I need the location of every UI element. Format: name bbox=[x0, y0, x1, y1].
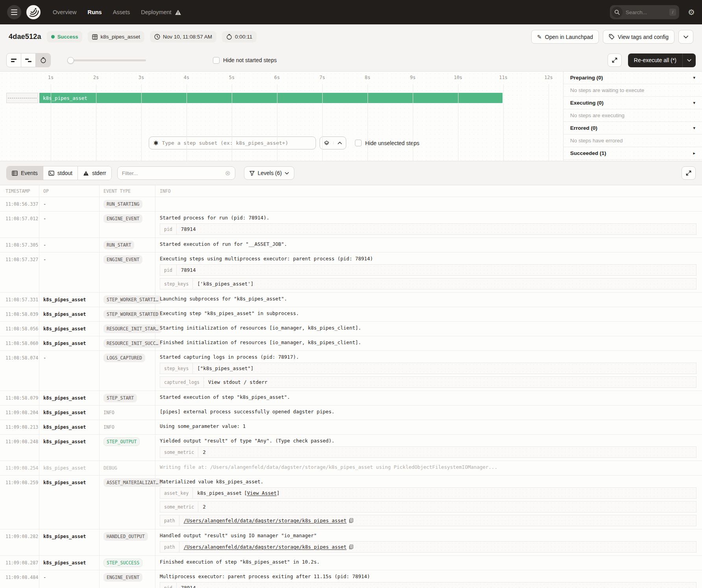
event-op-cell: k8s_pipes_asset bbox=[39, 556, 100, 570]
event-info-text: Using some_parameter value: 1 bbox=[160, 423, 696, 429]
slider-knob[interactable] bbox=[67, 57, 74, 64]
event-op-cell: - bbox=[39, 351, 100, 391]
log-filter-input[interactable]: Filter... ⊗ bbox=[117, 166, 235, 180]
event-type-cell: ENGINE_EVENT bbox=[100, 570, 155, 588]
step-status-panel: Preparing (0)▾No steps are waiting to ex… bbox=[563, 72, 702, 161]
event-info-cell: Handled output "result" using IO manager… bbox=[155, 529, 702, 555]
graph-query-toggle-button[interactable] bbox=[320, 136, 346, 149]
open-launchpad-button[interactable]: ✎ Open in Launchpad bbox=[531, 30, 599, 44]
event-timestamp: 11:08:57.305 bbox=[6, 242, 38, 248]
hide-not-started-checkbox[interactable]: Hide not started steps bbox=[213, 57, 277, 64]
event-type-badge: ENGINE_EVENT bbox=[103, 573, 142, 582]
clear-filter-icon[interactable]: ⊗ bbox=[225, 169, 231, 177]
event-op-cell: k8s_pipes_asset bbox=[39, 293, 100, 307]
checkbox-icon[interactable] bbox=[355, 140, 362, 146]
metadata-link[interactable]: /Users/alangenfeld/data/dagster/storage/… bbox=[184, 544, 347, 550]
levels-dropdown[interactable]: Levels (6) bbox=[244, 166, 294, 180]
chevron-down-icon: ▾ bbox=[693, 125, 695, 131]
event-info-cell: Yielded output "result" of type "Any". (… bbox=[155, 435, 702, 461]
event-timestamp-cell: 11:08:57.327 bbox=[0, 253, 39, 292]
event-type-cell: HANDLED_OUTPUT bbox=[100, 529, 155, 555]
metadata-value: 2 bbox=[198, 447, 210, 457]
col-header-event-type: EVENT TYPE bbox=[100, 185, 155, 197]
view-asset-link[interactable]: View Asset bbox=[247, 490, 277, 496]
events-expand-button[interactable] bbox=[682, 166, 696, 180]
event-op-cell: k8s_pipes_asset bbox=[39, 391, 100, 405]
event-type-badge: STEP_OUTPUT bbox=[103, 437, 140, 446]
nav-item-overview[interactable]: Overview bbox=[53, 9, 76, 15]
event-row: 11:08:57.327-ENGINE_EVENTExecuting steps… bbox=[0, 253, 702, 293]
gantt-chart: k8s_pipes_asset ✱ Type a step subset (ex… bbox=[0, 71, 702, 161]
tab-stderr[interactable]: stderr bbox=[78, 166, 111, 180]
step-subset-input[interactable]: ✱ Type a step subset (ex: k8s_pipes_asse… bbox=[149, 136, 316, 149]
step-subset-row: ✱ Type a step subset (ex: k8s_pipes_asse… bbox=[149, 136, 419, 149]
events-toolbar: Eventsstdoutstderr Filter... ⊗ Levels (6… bbox=[0, 161, 702, 185]
metadata-value: 78914 bbox=[177, 582, 200, 588]
event-timestamp: 11:09:08.484 bbox=[6, 575, 38, 580]
copy-icon[interactable] bbox=[349, 518, 353, 523]
search-input[interactable]: Search... / bbox=[610, 5, 679, 19]
job-pill[interactable]: k8s_pipes_asset bbox=[88, 31, 144, 42]
event-metadata-entry: path/Users/alangenfeld/data/dagster/stor… bbox=[160, 541, 696, 553]
nav-item-runs[interactable]: Runs bbox=[87, 9, 102, 15]
event-info-cell: Executing steps using multiprocess execu… bbox=[155, 253, 702, 292]
gridline bbox=[368, 84, 368, 161]
panel-section-empty-text: No steps have errored bbox=[563, 135, 702, 147]
waterfall-view-button[interactable] bbox=[21, 53, 36, 67]
status-dot-icon bbox=[51, 35, 55, 39]
panel-section-preparing[interactable]: Preparing (0)▾ bbox=[563, 72, 702, 84]
timed-view-button[interactable] bbox=[36, 53, 50, 67]
event-type-badge: STEP_SUCCESS bbox=[103, 559, 142, 567]
axis-tick: 5s bbox=[229, 75, 235, 80]
job-name: k8s_pipes_asset bbox=[100, 34, 140, 40]
event-row: 11:09:08.484-ENGINE_EVENTMultiprocess ex… bbox=[0, 570, 702, 588]
event-type-badge: RESOURCE_INIT_STAR… bbox=[103, 324, 162, 333]
metadata-link[interactable]: /Users/alangenfeld/data/dagster/storage/… bbox=[184, 518, 347, 523]
gridline bbox=[413, 84, 413, 161]
hide-unselected-checkbox[interactable]: Hide unselected steps bbox=[355, 140, 419, 146]
event-row: 11:08:58.056k8s_pipes_assetRESOURCE_INIT… bbox=[0, 322, 702, 336]
nav-item-deployment[interactable]: Deployment bbox=[141, 9, 181, 15]
event-type-badge: RUN_START bbox=[103, 241, 134, 249]
hamburger-menu-icon[interactable] bbox=[7, 5, 21, 19]
start-time: Nov 10, 11:08:57 AM bbox=[163, 34, 212, 40]
metadata-link-wrap: [View Asset] bbox=[244, 490, 279, 496]
panel-section-executing[interactable]: Executing (0)▾ bbox=[563, 97, 702, 109]
gantt-step-bar[interactable]: k8s_pipes_asset bbox=[39, 93, 502, 103]
run-actions-caret-button[interactable] bbox=[678, 30, 693, 44]
event-timestamp-cell: 11:08:58.079 bbox=[0, 391, 39, 405]
gantt-expand-button[interactable] bbox=[608, 53, 622, 67]
event-info-cell: Started execution of run for "__ASSET_JO… bbox=[155, 238, 702, 250]
gear-icon[interactable]: ⚙ bbox=[688, 8, 695, 16]
reexecute-all-button[interactable]: Re-execute all (*) bbox=[628, 53, 682, 67]
event-row: 11:08:58.039k8s_pipes_assetSTEP_WORKER_S… bbox=[0, 307, 702, 322]
event-type-cell: INFO bbox=[100, 420, 155, 434]
event-info-text: Starting initialization of resources [io… bbox=[160, 324, 696, 331]
flat-view-button[interactable] bbox=[7, 53, 21, 67]
copy-icon[interactable] bbox=[349, 544, 353, 549]
panel-section-succeeded[interactable]: Succeeded (1)▸ bbox=[563, 147, 702, 160]
view-tags-config-button[interactable]: View tags and config bbox=[603, 30, 674, 44]
event-info-cell: Multiprocess executor: parent process ex… bbox=[155, 570, 702, 588]
nav-item-assets[interactable]: Assets bbox=[113, 9, 130, 15]
event-timestamp-cell: 11:09:08.254 bbox=[0, 461, 39, 475]
checkbox-icon[interactable] bbox=[213, 57, 220, 64]
event-op: k8s_pipes_asset bbox=[43, 480, 86, 485]
metadata-value: k8s_pipes_asset[View Asset] bbox=[193, 488, 284, 498]
events-table-header: TIMESTAMP OP EVENT TYPE INFO bbox=[0, 185, 702, 197]
panel-section-label: Errored (0) bbox=[570, 125, 597, 131]
tab-stdout[interactable]: stdout bbox=[43, 166, 78, 180]
grid-icon bbox=[92, 34, 98, 40]
event-timestamp: 11:08:57.012 bbox=[6, 216, 38, 221]
tab-events[interactable]: Events bbox=[7, 166, 43, 180]
metadata-key: captured_logs bbox=[160, 377, 204, 387]
metadata-value: ["k8s_pipes_asset"] bbox=[193, 363, 258, 374]
dagster-logo-icon[interactable] bbox=[26, 5, 41, 20]
reexecute-caret-button[interactable] bbox=[682, 53, 696, 67]
metadata-value: View stdout / stderr bbox=[204, 377, 272, 387]
panel-section-errored[interactable]: Errored (0)▾ bbox=[563, 122, 702, 135]
event-type-badge: ASSET_MATERIALIZAT… bbox=[103, 478, 162, 487]
event-timestamp-cell: 11:09:08.287 bbox=[0, 556, 39, 570]
duration: 0:00:11 bbox=[235, 34, 252, 40]
gantt-zoom-slider[interactable] bbox=[67, 57, 146, 63]
